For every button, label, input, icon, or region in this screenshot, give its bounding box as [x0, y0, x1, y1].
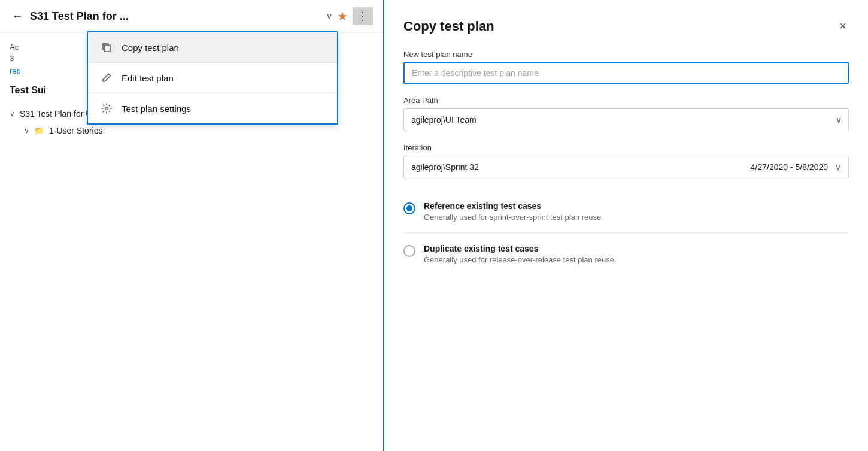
- menu-item-edit-test-plan[interactable]: Edit test plan: [88, 63, 337, 93]
- radio-duplicate-desc: Generally used for release-over-release …: [424, 255, 617, 264]
- radio-duplicate-button[interactable]: [403, 245, 415, 257]
- context-menu: Copy test plan Edit test plan Test plan …: [87, 31, 338, 125]
- plan-title: S31 Test Plan for ...: [30, 10, 321, 23]
- iteration-name: agileproj\Sprint 32: [411, 162, 751, 172]
- copy-test-plan-label: Copy test plan: [122, 43, 179, 53]
- copy-icon: [100, 41, 113, 54]
- test-plan-settings-label: Test plan settings: [122, 104, 191, 114]
- left-link[interactable]: rep: [10, 66, 21, 75]
- radio-duplicate-content: Duplicate existing test cases Generally …: [424, 244, 617, 264]
- radio-reference[interactable]: Reference existing test cases Generally …: [403, 190, 849, 233]
- panel-title: Copy test plan: [403, 19, 494, 34]
- chevron-down-icon[interactable]: ∨: [326, 11, 332, 21]
- iteration-group: Iteration agileproj\Sprint 32 4/27/2020 …: [403, 143, 849, 178]
- radio-reference-desc: Generally used for sprint-over-sprint te…: [424, 213, 603, 222]
- tree-item-sub: ∨ 📁 1-User Stories: [24, 122, 373, 139]
- close-button[interactable]: ×: [837, 17, 849, 35]
- more-options-button[interactable]: ⋮: [353, 7, 373, 25]
- new-name-group: New test plan name: [403, 50, 849, 84]
- back-button[interactable]: ←: [10, 8, 25, 25]
- new-name-input[interactable]: [403, 62, 849, 84]
- tree-chevron-plan[interactable]: ∨: [10, 110, 15, 118]
- menu-item-copy-test-plan[interactable]: Copy test plan: [88, 32, 337, 62]
- star-icon[interactable]: ★: [337, 9, 348, 23]
- radio-duplicate-title: Duplicate existing test cases: [424, 244, 617, 253]
- iteration-dates: 4/27/2020 - 5/8/2020: [751, 162, 828, 172]
- right-panel: Copy test plan × New test plan name Area…: [383, 0, 868, 451]
- new-name-label: New test plan name: [403, 50, 849, 59]
- radio-reference-button[interactable]: [403, 202, 415, 214]
- radio-reference-content: Reference existing test cases Generally …: [424, 201, 603, 222]
- folder-icon: 📁: [34, 126, 44, 135]
- copy-options-group: Reference existing test cases Generally …: [403, 190, 849, 275]
- area-path-group: Area Path agileproj\UI Team ∨: [403, 96, 849, 131]
- radio-duplicate[interactable]: Duplicate existing test cases Generally …: [403, 233, 849, 275]
- left-header: ← S31 Test Plan for ... ∨ ★ ⋮: [0, 0, 383, 33]
- left-panel: ← S31 Test Plan for ... ∨ ★ ⋮ Copy test …: [0, 0, 383, 451]
- iteration-chevron-icon: ∨: [835, 162, 841, 172]
- edit-test-plan-label: Edit test plan: [122, 73, 174, 83]
- iteration-label: Iteration: [403, 143, 849, 152]
- tree-sub-item-label: 1-User Stories: [49, 126, 102, 135]
- tree-chevron-sub[interactable]: ∨: [24, 126, 29, 135]
- area-path-select[interactable]: agileproj\UI Team: [403, 108, 849, 131]
- svg-rect-0: [104, 45, 110, 52]
- radio-reference-dot: [406, 205, 412, 211]
- menu-item-test-plan-settings[interactable]: Test plan settings: [88, 93, 337, 123]
- settings-icon: [100, 102, 113, 115]
- panel-header: Copy test plan ×: [403, 17, 849, 35]
- edit-icon: [100, 71, 113, 84]
- iteration-select-wrapper[interactable]: agileproj\Sprint 32 4/27/2020 - 5/8/2020…: [403, 156, 849, 178]
- area-path-label: Area Path: [403, 96, 849, 105]
- svg-point-1: [105, 107, 108, 110]
- radio-reference-title: Reference existing test cases: [424, 201, 603, 211]
- area-path-select-wrapper: agileproj\UI Team ∨: [403, 108, 849, 131]
